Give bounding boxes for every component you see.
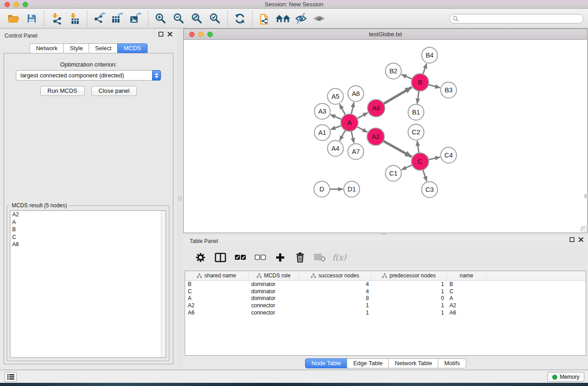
tab-motifs[interactable]: Motifs [438, 358, 466, 368]
graph-edge-C-C3[interactable] [423, 170, 427, 181]
delete-table-icon[interactable] [312, 249, 328, 266]
table-row[interactable]: A2connector11A2 [185, 302, 586, 309]
window-resize-grip[interactable] [580, 226, 587, 232]
memory-button[interactable]: Memory [547, 372, 584, 382]
table-cell[interactable]: B [185, 281, 249, 287]
graph-edge-A-A2[interactable] [357, 127, 368, 132]
column-header-successor-nodes[interactable]: successor nodes [299, 271, 372, 280]
tab-network-table[interactable]: Network Table [388, 358, 438, 368]
unselect-all-columns-icon[interactable] [253, 249, 268, 266]
table-cell[interactable]: connector [249, 310, 299, 316]
mcds-result-item[interactable]: B [10, 226, 166, 234]
import-network-icon[interactable] [48, 10, 66, 27]
table-cell[interactable]: A2 [447, 302, 487, 309]
zoom-selected-icon[interactable] [206, 10, 224, 27]
table-cell[interactable]: C [447, 288, 487, 295]
graph-edge-C-C1[interactable] [402, 165, 412, 170]
panel-divider-vertical[interactable] [177, 29, 183, 370]
tab-edge-table[interactable]: Edge Table [347, 358, 389, 368]
mcds-result-item[interactable]: A2 [10, 211, 166, 219]
table-cell[interactable]: 1 [299, 302, 372, 309]
table-cell[interactable]: 8 [299, 295, 372, 301]
close-panel-button[interactable]: Close panel [91, 86, 137, 96]
export-image-icon[interactable] [127, 10, 145, 27]
table-cell[interactable]: A2 [185, 302, 249, 309]
task-history-button[interactable] [5, 372, 17, 382]
float-table-panel-icon[interactable] [569, 237, 574, 242]
table-cell[interactable]: dominator [249, 288, 299, 295]
column-header-name[interactable]: name [447, 271, 487, 280]
column-header-predecessor-nodes[interactable]: predecessor nodes [372, 271, 447, 280]
table-row[interactable]: Cdominator41C [185, 288, 586, 295]
table-cell[interactable]: C [185, 288, 249, 295]
show-all-icon[interactable] [310, 10, 328, 27]
graph-edge-A-A5[interactable] [339, 104, 345, 115]
divider-grip[interactable] [584, 194, 587, 198]
graph-edge-C-C4[interactable] [429, 157, 440, 160]
function-builder-icon[interactable]: f(x) [332, 249, 346, 266]
save-session-icon[interactable] [23, 10, 41, 27]
zoom-in-icon[interactable] [152, 10, 170, 27]
delete-column-icon[interactable] [292, 249, 308, 266]
zoom-fit-icon[interactable] [188, 10, 206, 27]
table-cell[interactable]: 1 [372, 288, 447, 295]
table-row[interactable]: Adominator80A [185, 295, 586, 302]
table-cell[interactable]: dominator [249, 295, 299, 301]
search-input[interactable] [449, 14, 583, 24]
tab-network[interactable]: Network [29, 43, 64, 53]
tab-style[interactable]: Style [63, 43, 89, 53]
close-panel-icon[interactable] [167, 32, 172, 37]
table-cell[interactable]: A [447, 295, 487, 301]
close-table-panel-icon[interactable] [578, 237, 583, 242]
column-header-MCDS-role[interactable]: MCDS role [249, 271, 299, 280]
table-row[interactable]: Bdominator41B [185, 281, 586, 288]
table-cell[interactable]: 0 [372, 295, 447, 301]
network-canvas[interactable]: AA1A2A3A4A5A6A7A8BB1B2B3B4CC1C2C3C4DD1 [184, 40, 587, 233]
tab-node-table[interactable]: Node Table [305, 358, 348, 368]
table-cell[interactable]: B [447, 281, 487, 287]
table-cell[interactable]: 1 [299, 310, 372, 316]
float-panel-icon[interactable] [158, 32, 163, 37]
graph-edge-A-A4[interactable] [339, 130, 345, 141]
network-window-titlebar[interactable]: testGlobe.txt [184, 29, 587, 40]
graph-edge-A-A6[interactable] [357, 113, 368, 119]
table-cell[interactable]: 4 [299, 281, 372, 287]
table-row[interactable]: A6connector11A6 [185, 309, 586, 316]
add-column-icon[interactable] [272, 249, 288, 266]
graph-edge-C-C2[interactable] [417, 141, 419, 153]
home-ndex-icon[interactable] [274, 10, 292, 27]
table-cell[interactable]: A6 [447, 310, 487, 316]
optimization-criterion-select[interactable]: largest connected component (directed) [16, 70, 161, 81]
graph-edge-B-B2[interactable] [402, 75, 412, 79]
export-table-icon[interactable] [109, 10, 127, 27]
table-cell[interactable]: 1 [372, 310, 447, 316]
divider-grip[interactable] [178, 196, 182, 200]
refresh-view-icon[interactable] [231, 10, 249, 27]
mcds-result-item[interactable]: A [10, 219, 166, 226]
table-settings-icon[interactable] [193, 249, 208, 266]
network-graph[interactable]: AA1A2A3A4A5A6A7A8BB1B2B3B4CC1C2C3C4DD1 [184, 40, 587, 233]
column-header-shared-name[interactable]: shared name [185, 271, 249, 280]
export-network-icon[interactable] [91, 10, 109, 27]
graph-edge-B-B3[interactable] [428, 85, 440, 88]
network-from-file-icon[interactable] [256, 10, 274, 27]
graph-edge-A-A7[interactable] [351, 131, 354, 143]
tab-select[interactable]: Select [89, 43, 118, 53]
table-cell[interactable]: A [185, 295, 249, 301]
graph-edge-A2-C[interactable] [383, 141, 412, 157]
graph-edge-B-B4[interactable] [423, 63, 426, 74]
table-cell[interactable]: 4 [299, 288, 372, 295]
scrollbar-track[interactable] [161, 211, 166, 357]
graph-edge-B-B1[interactable] [417, 91, 419, 104]
show-columns-icon[interactable] [213, 249, 228, 266]
import-table-icon[interactable] [66, 10, 84, 27]
table-cell[interactable]: 1 [372, 281, 447, 287]
graph-edge-A-A1[interactable] [330, 126, 341, 130]
table-cell[interactable]: dominator [249, 281, 299, 287]
table-cell[interactable]: A6 [185, 310, 249, 316]
table-cell[interactable]: connector [249, 302, 299, 309]
hide-selected-icon[interactable] [292, 10, 310, 27]
graph-edge-A-A8[interactable] [351, 102, 354, 114]
mcds-result-item[interactable]: A6 [10, 241, 166, 248]
open-session-icon[interactable] [5, 10, 23, 27]
